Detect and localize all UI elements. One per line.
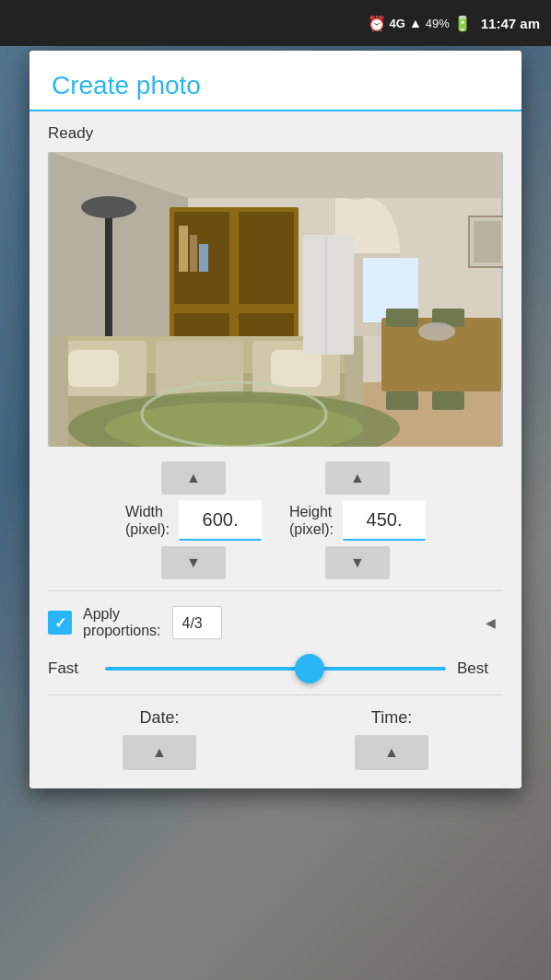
date-increment-button[interactable]: ▲ bbox=[123, 735, 196, 770]
width-field-inline: Width(pixel): bbox=[125, 500, 262, 541]
checkmark-icon: ✓ bbox=[54, 614, 66, 632]
svg-rect-35 bbox=[303, 235, 354, 355]
svg-rect-32 bbox=[432, 391, 464, 410]
width-input[interactable] bbox=[179, 500, 262, 541]
quality-fast-label: Fast bbox=[48, 659, 94, 678]
up-arrow-date-icon: ▲ bbox=[152, 744, 167, 761]
network-label: 4G bbox=[390, 17, 405, 30]
svg-rect-24 bbox=[68, 350, 119, 387]
status-icons: ⏰ 4G ▲ 49% 🔋 11:47 am bbox=[368, 15, 540, 32]
proportions-label: Applyproportions: bbox=[83, 606, 161, 639]
date-label: Date: bbox=[139, 708, 179, 728]
apply-proportions-checkbox[interactable]: ✓ bbox=[48, 611, 72, 635]
select-arrow-icon: ◀ bbox=[486, 615, 496, 630]
up-arrow-icon2: ▲ bbox=[350, 470, 365, 486]
svg-point-16 bbox=[81, 196, 136, 218]
width-label: Width(pixel): bbox=[125, 503, 170, 538]
height-label: Height(pixel): bbox=[289, 503, 334, 538]
dimension-controls: ▲ Width(pixel): ▼ ▲ Height(pixel): bbox=[48, 461, 503, 579]
time-label: Time: bbox=[371, 708, 412, 728]
svg-rect-29 bbox=[386, 309, 418, 327]
status-bar: ⏰ 4G ▲ 49% 🔋 11:47 am bbox=[0, 0, 551, 46]
battery-label: 49% bbox=[426, 17, 450, 30]
svg-rect-38 bbox=[474, 221, 501, 262]
svg-point-33 bbox=[418, 322, 455, 341]
time-group: Time: ▲ bbox=[280, 708, 503, 770]
quality-row: Fast Best bbox=[48, 659, 503, 678]
battery-icon: 🔋 bbox=[453, 15, 472, 32]
room-preview bbox=[48, 152, 503, 447]
down-arrow-icon: ▼ bbox=[186, 554, 201, 571]
height-input[interactable] bbox=[343, 500, 426, 541]
quality-slider-thumb[interactable] bbox=[295, 654, 324, 683]
up-arrow-icon: ▲ bbox=[186, 470, 201, 486]
svg-rect-22 bbox=[50, 336, 68, 447]
datetime-row: Date: ▲ Time: ▲ bbox=[48, 705, 503, 770]
svg-rect-9 bbox=[239, 212, 294, 304]
width-increment-button[interactable]: ▲ bbox=[161, 461, 226, 495]
svg-rect-25 bbox=[271, 350, 322, 387]
proportions-row: ✓ Applyproportions: 4/3 16/9 1/1 ◀ bbox=[48, 602, 503, 643]
separator-2 bbox=[48, 694, 503, 695]
quality-best-label: Best bbox=[457, 659, 503, 678]
dialog-header: Create photo bbox=[29, 51, 522, 111]
alarm-icon: ⏰ bbox=[368, 15, 386, 32]
time-increment-button[interactable]: ▲ bbox=[355, 735, 428, 770]
svg-rect-13 bbox=[190, 235, 197, 272]
render-status: Ready bbox=[48, 124, 503, 143]
signal-icon: ▲ bbox=[409, 16, 422, 30]
create-photo-dialog: Create photo Ready bbox=[29, 51, 522, 788]
up-arrow-time-icon: ▲ bbox=[384, 744, 399, 761]
width-decrement-button[interactable]: ▼ bbox=[161, 546, 226, 579]
date-group: Date: ▲ bbox=[48, 708, 271, 770]
height-field-group: ▲ Height(pixel): ▼ bbox=[289, 461, 426, 579]
proportions-select-wrapper: 4/3 16/9 1/1 ◀ bbox=[172, 606, 504, 639]
quality-slider-track[interactable] bbox=[105, 667, 446, 671]
proportions-select[interactable]: 4/3 16/9 1/1 bbox=[172, 606, 222, 639]
dialog-body: Ready bbox=[29, 111, 522, 788]
svg-rect-20 bbox=[156, 341, 243, 396]
height-increment-button[interactable]: ▲ bbox=[325, 461, 390, 495]
status-time: 11:47 am bbox=[481, 16, 540, 31]
height-field-inline: Height(pixel): bbox=[289, 500, 426, 541]
dialog-title: Create photo bbox=[52, 71, 499, 100]
svg-rect-31 bbox=[386, 391, 418, 410]
separator-1 bbox=[48, 590, 503, 591]
svg-rect-14 bbox=[199, 244, 208, 272]
svg-rect-12 bbox=[179, 226, 188, 272]
width-field-group: ▲ Width(pixel): ▼ bbox=[125, 461, 262, 579]
down-arrow-icon2: ▼ bbox=[350, 554, 365, 571]
height-decrement-button[interactable]: ▼ bbox=[325, 546, 390, 579]
preview-container bbox=[48, 152, 503, 447]
